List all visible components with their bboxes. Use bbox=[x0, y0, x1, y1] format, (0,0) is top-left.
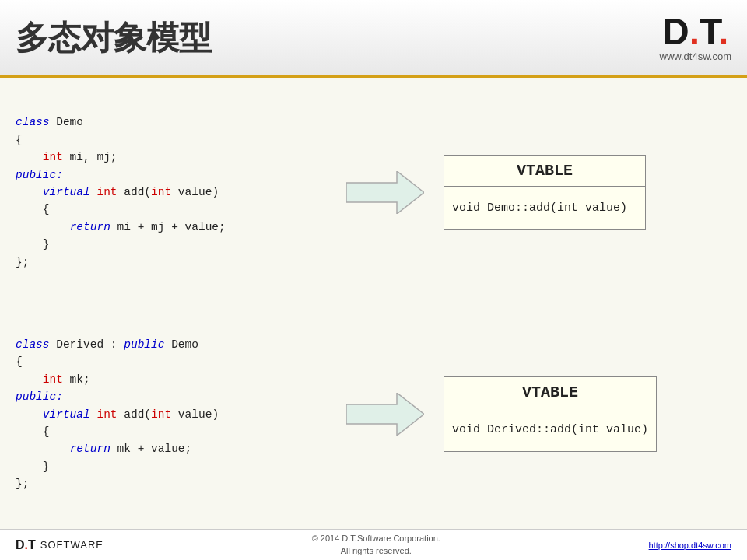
footer-logo-area: D.T SOFTWARE bbox=[16, 538, 103, 552]
kw-int5: int bbox=[96, 408, 117, 421]
vtable1-box: VTABLE void Demo::add(int value) bbox=[444, 155, 646, 230]
header: 多态对象模型 D.T. www.dt4sw.com bbox=[0, 0, 747, 78]
logo-dot2: . bbox=[718, 11, 728, 52]
arrow1-icon bbox=[346, 171, 424, 214]
vtable2-header: VTABLE bbox=[444, 377, 656, 408]
kw-class2: class bbox=[16, 338, 50, 351]
logo-area: D.T. www.dt4sw.com bbox=[660, 13, 731, 62]
page-title: 多态对象模型 bbox=[16, 16, 212, 60]
logo-dot1: . bbox=[689, 11, 700, 52]
kw-public3: public: bbox=[16, 390, 63, 403]
kw-int4: int bbox=[43, 373, 63, 386]
demo-row: class Demo { int mi, mj; public: virtual… bbox=[16, 89, 731, 296]
kw-public1: public: bbox=[16, 169, 63, 181]
footer-website[interactable]: http://shop.dt4sw.com bbox=[649, 541, 731, 550]
logo-d: D bbox=[662, 11, 689, 52]
kw-public2: public bbox=[124, 338, 164, 351]
footer-logo-t: T bbox=[28, 538, 36, 551]
vtable1-body: void Demo::add(int value) bbox=[444, 187, 645, 229]
kw-int6: int bbox=[151, 408, 171, 421]
derived-row: class Derived : public Demo { int mk; pu… bbox=[16, 312, 731, 518]
vtable2-body: void Derived::add(int value) bbox=[444, 408, 656, 451]
kw-return2: return bbox=[70, 443, 110, 455]
vtable1-header: VTABLE bbox=[444, 156, 645, 187]
kw-return1: return bbox=[70, 221, 110, 233]
kw-virtual1: virtual bbox=[43, 186, 90, 198]
logo-t: T bbox=[700, 11, 718, 52]
kw-int2: int bbox=[96, 186, 117, 198]
footer-software-label: SOFTWARE bbox=[40, 539, 103, 551]
svg-marker-1 bbox=[346, 393, 424, 436]
footer-logo: D.T bbox=[16, 538, 36, 552]
kw-int1: int bbox=[43, 151, 63, 163]
kw-class1: class bbox=[16, 116, 50, 128]
arrow2-container bbox=[342, 393, 428, 436]
code-block-demo: class Demo { int mi, mj; public: virtual… bbox=[16, 114, 327, 271]
kw-int3: int bbox=[151, 186, 171, 198]
footer-copyright: © 2014 D.T.Software Corporation. All rig… bbox=[312, 533, 440, 557]
logo: D.T. bbox=[662, 13, 728, 51]
rights-text: All rights reserved. bbox=[312, 545, 440, 557]
arrow2-icon bbox=[346, 393, 424, 436]
logo-website: www.dt4sw.com bbox=[660, 51, 731, 62]
footer-logo-d: D bbox=[16, 538, 25, 551]
main-content: class Demo { int mi, mj; public: virtual… bbox=[0, 78, 747, 529]
arrow1-container bbox=[342, 171, 428, 214]
footer: D.T SOFTWARE © 2014 D.T.Software Corpora… bbox=[0, 529, 747, 560]
vtable2-box: VTABLE void Derived::add(int value) bbox=[444, 376, 657, 452]
svg-marker-0 bbox=[346, 171, 424, 214]
copyright-text: © 2014 D.T.Software Corporation. bbox=[312, 533, 440, 544]
kw-virtual2: virtual bbox=[43, 408, 90, 421]
code-block-derived: class Derived : public Demo { int mk; pu… bbox=[16, 336, 327, 493]
